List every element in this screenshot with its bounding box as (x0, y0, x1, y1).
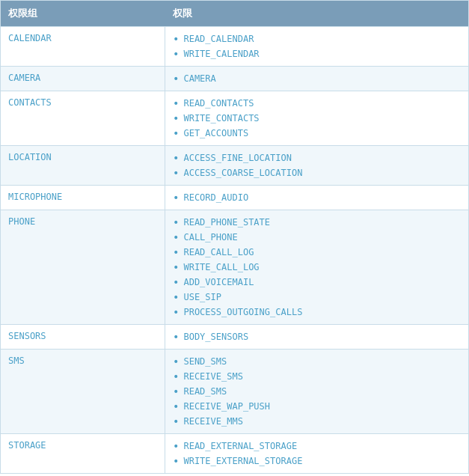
group-cell: SMS (1, 350, 165, 433)
list-item: •WRITE_CONTACTS (173, 111, 461, 126)
permission-label: WRITE_CALL_LOG (183, 262, 259, 272)
table-row: CONTACTS•READ_CONTACTS•WRITE_CONTACTS•GE… (1, 91, 468, 145)
table-row: PHONE•READ_PHONE_STATE•CALL_PHONE•READ_C… (1, 210, 468, 324)
permission-label: BODY_SENSORS (183, 332, 248, 342)
table-body: CALENDAR•READ_CALENDAR•WRITE_CALENDARCAM… (1, 26, 468, 473)
table-row: CAMERA•CAMERA (1, 66, 468, 91)
perms-cell: •RECORD_AUDIO (165, 186, 468, 210)
list-item: •USE_SIP (173, 290, 461, 305)
group-cell: PHONE (1, 210, 165, 324)
permissions-table: 权限组 权限 CALENDAR•READ_CALENDAR•WRITE_CALE… (0, 0, 469, 474)
permission-label: READ_SMS (183, 386, 227, 397)
permission-label: READ_CALENDAR (183, 34, 254, 44)
table-row: SMS•SEND_SMS•RECEIVE_SMS•READ_SMS•RECEIV… (1, 349, 468, 433)
permission-label: SEND_SMS (183, 356, 227, 367)
perms-cell: •BODY_SENSORS (165, 325, 468, 349)
permission-label: PROCESS_OUTGOING_CALLS (183, 307, 302, 317)
bullet-icon: • (173, 415, 179, 427)
list-item: •WRITE_CALENDAR (173, 46, 461, 61)
list-item: •READ_CALENDAR (173, 31, 461, 46)
bullet-icon: • (173, 276, 179, 288)
group-cell: SENSORS (1, 325, 165, 349)
table-row: LOCATION•ACCESS_FINE_LOCATION•ACCESS_COA… (1, 145, 468, 185)
perms-cell: •READ_CALENDAR•WRITE_CALENDAR (165, 27, 468, 66)
table-row: CALENDAR•READ_CALENDAR•WRITE_CALENDAR (1, 26, 468, 66)
bullet-icon: • (173, 291, 179, 303)
bullet-icon: • (173, 127, 179, 139)
permission-label: WRITE_CONTACTS (183, 113, 259, 123)
bullet-icon: • (173, 400, 179, 412)
permission-label: CALL_PHONE (183, 232, 237, 242)
bullet-icon: • (173, 152, 179, 164)
permission-label: CAMERA (183, 73, 215, 84)
list-item: •READ_CONTACTS (173, 96, 461, 111)
list-item: •ACCESS_FINE_LOCATION (173, 150, 461, 165)
list-item: •READ_EXTERNAL_STORAGE (173, 439, 461, 454)
list-item: •WRITE_EXTERNAL_STORAGE (173, 454, 461, 469)
perms-cell: •READ_CONTACTS•WRITE_CONTACTS•GET_ACCOUN… (165, 91, 468, 145)
list-item: •READ_PHONE_STATE (173, 215, 461, 230)
perms-cell: •CAMERA (165, 67, 468, 91)
list-item: •READ_SMS (173, 384, 461, 399)
list-item: •RECEIVE_MMS (173, 414, 461, 429)
bullet-icon: • (173, 33, 179, 45)
table-row: STORAGE•READ_EXTERNAL_STORAGE•WRITE_EXTE… (1, 433, 468, 473)
perms-cell: •READ_EXTERNAL_STORAGE•WRITE_EXTERNAL_ST… (165, 434, 468, 473)
permission-label: RECORD_AUDIO (183, 192, 248, 203)
bullet-icon: • (173, 370, 179, 382)
header-group-label: 权限组 (8, 7, 173, 20)
group-cell: CALENDAR (1, 27, 165, 66)
bullet-icon: • (173, 331, 179, 343)
table-row: MICROPHONE•RECORD_AUDIO (1, 185, 468, 210)
header-perm-label: 权限 (173, 7, 461, 20)
list-item: •BODY_SENSORS (173, 329, 461, 344)
permission-label: ACCESS_COARSE_LOCATION (183, 168, 302, 178)
permission-label: READ_PHONE_STATE (183, 217, 270, 228)
list-item: •CALL_PHONE (173, 230, 461, 245)
table-header: 权限组 权限 (1, 1, 468, 26)
perms-cell: •SEND_SMS•RECEIVE_SMS•READ_SMS•RECEIVE_W… (165, 350, 468, 433)
bullet-icon: • (173, 231, 179, 243)
bullet-icon: • (173, 246, 179, 258)
list-item: •ADD_VOICEMAIL (173, 275, 461, 290)
group-cell: LOCATION (1, 146, 165, 185)
permission-label: READ_EXTERNAL_STORAGE (183, 441, 297, 451)
permission-label: ADD_VOICEMAIL (183, 277, 254, 287)
permission-label: WRITE_EXTERNAL_STORAGE (183, 456, 302, 466)
permission-label: READ_CONTACTS (183, 98, 254, 109)
group-cell: MICROPHONE (1, 186, 165, 210)
bullet-icon: • (173, 192, 179, 204)
group-cell: STORAGE (1, 434, 165, 473)
permission-label: RECEIVE_WAP_PUSH (183, 401, 270, 412)
permission-label: READ_CALL_LOG (183, 247, 254, 257)
bullet-icon: • (173, 440, 179, 452)
bullet-icon: • (173, 356, 179, 367)
permission-label: WRITE_CALENDAR (183, 49, 259, 59)
list-item: •RECEIVE_SMS (173, 369, 461, 384)
permission-label: RECEIVE_SMS (183, 371, 242, 382)
permission-label: ACCESS_FINE_LOCATION (183, 153, 292, 163)
permission-label: USE_SIP (183, 292, 221, 302)
bullet-icon: • (173, 73, 179, 85)
list-item: •SEND_SMS (173, 354, 461, 369)
perms-cell: •READ_PHONE_STATE•CALL_PHONE•READ_CALL_L… (165, 210, 468, 324)
bullet-icon: • (173, 97, 179, 109)
list-item: •ACCESS_COARSE_LOCATION (173, 165, 461, 180)
bullet-icon: • (173, 48, 179, 60)
permission-label: GET_ACCOUNTS (183, 128, 248, 138)
bullet-icon: • (173, 216, 179, 228)
bullet-icon: • (173, 167, 179, 179)
list-item: •CAMERA (173, 71, 461, 86)
bullet-icon: • (173, 112, 179, 124)
list-item: •RECORD_AUDIO (173, 190, 461, 205)
perms-cell: •ACCESS_FINE_LOCATION•ACCESS_COARSE_LOCA… (165, 146, 468, 185)
bullet-icon: • (173, 455, 179, 467)
table-row: SENSORS•BODY_SENSORS (1, 324, 468, 349)
bullet-icon: • (173, 306, 179, 318)
group-cell: CAMERA (1, 67, 165, 91)
list-item: •WRITE_CALL_LOG (173, 260, 461, 275)
group-cell: CONTACTS (1, 91, 165, 145)
list-item: •PROCESS_OUTGOING_CALLS (173, 305, 461, 320)
bullet-icon: • (173, 385, 179, 397)
bullet-icon: • (173, 261, 179, 273)
